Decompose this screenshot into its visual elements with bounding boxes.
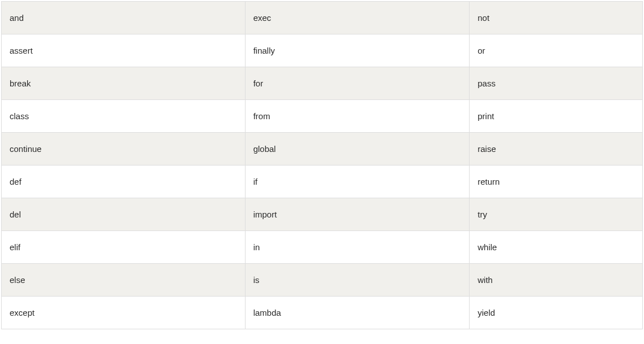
- table-cell: yield: [470, 297, 643, 329]
- table-cell: del: [2, 198, 246, 231]
- table-row: def if return: [2, 166, 643, 198]
- table-cell: in: [245, 231, 470, 264]
- table-cell: exec: [245, 2, 470, 34]
- table-row: except lambda yield: [2, 297, 643, 329]
- table-cell: or: [470, 34, 643, 67]
- table-cell: return: [470, 166, 643, 198]
- table-cell: while: [470, 231, 643, 264]
- table-row: del import try: [2, 198, 643, 231]
- table-cell: assert: [2, 34, 246, 67]
- table-cell: elif: [2, 231, 246, 264]
- table-row: assert finally or: [2, 34, 643, 67]
- table-cell: except: [2, 297, 246, 329]
- table-cell: if: [245, 166, 470, 198]
- table-cell: lambda: [245, 297, 470, 329]
- table-cell: pass: [470, 67, 643, 100]
- table-row: and exec not: [2, 2, 643, 34]
- table-row: else is with: [2, 264, 643, 297]
- table-cell: is: [245, 264, 470, 297]
- table-cell: raise: [470, 133, 643, 166]
- table-row: elif in while: [2, 231, 643, 264]
- table-row: break for pass: [2, 67, 643, 100]
- table-cell: not: [470, 2, 643, 34]
- table-cell: else: [2, 264, 246, 297]
- table-cell: global: [245, 133, 470, 166]
- keywords-table: and exec not assert finally or break for…: [1, 1, 643, 329]
- table-cell: continue: [2, 133, 246, 166]
- table-cell: finally: [245, 34, 470, 67]
- table-cell: and: [2, 2, 246, 34]
- table-cell: class: [2, 100, 246, 133]
- table-row: continue global raise: [2, 133, 643, 166]
- table-cell: print: [470, 100, 643, 133]
- table-cell: from: [245, 100, 470, 133]
- table-cell: def: [2, 166, 246, 198]
- table-cell: for: [245, 67, 470, 100]
- table-row: class from print: [2, 100, 643, 133]
- table-cell: with: [470, 264, 643, 297]
- table-cell: import: [245, 198, 470, 231]
- table-cell: try: [470, 198, 643, 231]
- table-cell: break: [2, 67, 246, 100]
